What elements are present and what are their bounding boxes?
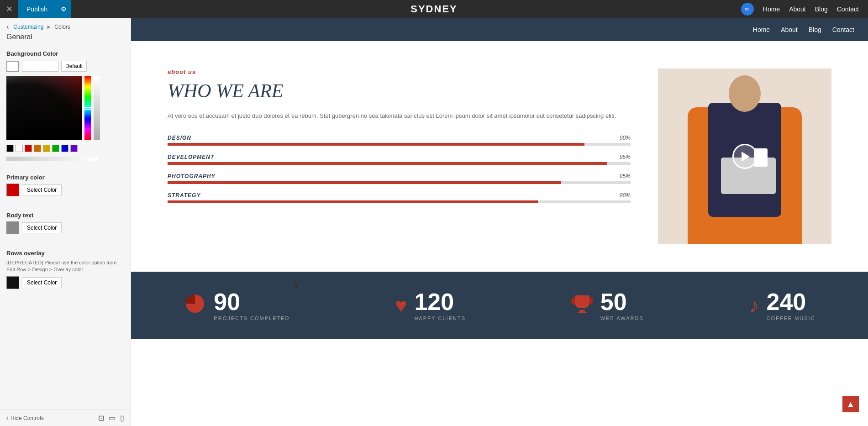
nav-blog[interactable]: Blog [815, 5, 828, 13]
stat-projects: 90 PROJECTS COMPLETED [184, 290, 289, 321]
rows-overlay-select-button[interactable]: Select Color [22, 277, 62, 288]
about-heading: WHO WE ARE [168, 80, 631, 102]
bg-color-hex-input[interactable]: #ffffff [22, 61, 58, 72]
bg-color-label: Background Color [6, 50, 124, 57]
alpha-slider[interactable] [94, 76, 100, 140]
svg-rect-2 [578, 312, 587, 313]
preview-nav-home[interactable]: Home [753, 26, 770, 33]
skill-photography: PHOTOGRAPHY 85% [168, 173, 631, 184]
breadcrumb-child: Colors [54, 24, 70, 30]
tablet-icon[interactable]: ▭ [109, 414, 116, 422]
skill-design-pct: 90% [620, 135, 631, 141]
stats-section: 90 PROJECTS COMPLETED ♥ 120 HAPPY CLIENT… [131, 272, 868, 339]
scroll-to-top-button[interactable]: ▲ [842, 396, 859, 412]
mobile-icon[interactable]: ▯ [120, 414, 124, 422]
rows-overlay-swatch[interactable] [6, 276, 19, 289]
breadcrumb-root[interactable]: Customizing [13, 24, 43, 30]
hide-controls-label: Hide Controls [11, 415, 44, 421]
close-button[interactable]: ✕ [0, 0, 18, 18]
stat-awards-label: WEB AWARDS [600, 316, 644, 321]
body-text-select-button[interactable]: Select Color [22, 222, 62, 233]
preview-nav-contact[interactable]: Contact [832, 26, 854, 33]
svg-rect-1 [579, 310, 585, 312]
desktop-icon[interactable]: ⊡ [98, 414, 104, 422]
bg-color-swatch[interactable] [6, 61, 19, 72]
stat-awards: 50 WEB AWARDS [571, 290, 644, 321]
settings-button[interactable]: ⚙ [56, 0, 71, 18]
stat-clients-number: 120 [414, 290, 466, 314]
color-picker-area [6, 76, 124, 140]
breadcrumb-separator: ► [46, 24, 52, 30]
body-text-section: Body text Select Color [0, 207, 131, 239]
hide-controls-arrow: ‹ [6, 415, 8, 421]
section-title: General [0, 31, 131, 46]
primary-color-label: Primary color [6, 174, 124, 181]
stat-projects-info: 90 PROJECTS COMPLETED [214, 290, 289, 321]
bg-color-section: Background Color #ffffff Default [0, 46, 131, 169]
rows-overlay-section: Rows overlay [DEPRECATED] Please use the… [0, 245, 131, 294]
stat-clients-label: HAPPY CLIENTS [414, 316, 466, 321]
music-icon: ♪ [749, 294, 759, 317]
preset-green[interactable] [52, 145, 59, 152]
publish-button[interactable]: Publish [18, 0, 56, 18]
preset-red[interactable] [25, 145, 32, 152]
hue-slider[interactable] [84, 76, 91, 140]
preset-orange[interactable] [34, 145, 41, 152]
primary-color-section: Primary color Select Color [0, 169, 131, 201]
skill-design-bar-fill [168, 143, 584, 146]
about-text: At vero eos et accusam et justo duo dolo… [168, 111, 631, 121]
breadcrumb: ‹ Customizing ► Colors [0, 18, 131, 31]
video-thumbnail[interactable] [658, 68, 831, 244]
gradient-picker[interactable] [6, 76, 82, 140]
preset-purple[interactable] [70, 145, 78, 152]
about-content: aBouT US WHO WE ARE At vero eos et accus… [168, 68, 631, 211]
primary-select-color-button[interactable]: Select Color [22, 184, 62, 195]
bg-color-picker-row: #ffffff Default [6, 61, 124, 72]
preset-blue[interactable] [61, 145, 68, 152]
stat-coffee: ♪ 240 COFFEE MUSIC [749, 290, 815, 321]
hide-controls-button[interactable]: ‹ Hide Controls [6, 415, 44, 421]
skill-photo-name: PHOTOGRAPHY [168, 173, 216, 179]
skill-design-bar-bg [168, 143, 631, 146]
body-text-swatch[interactable] [6, 221, 19, 234]
play-button[interactable] [732, 144, 758, 169]
trophy-icon [571, 293, 593, 319]
preset-black[interactable] [6, 145, 14, 152]
stat-projects-number: 90 [214, 290, 289, 314]
pie-chart-icon [184, 292, 206, 319]
preview-nav-about[interactable]: About [781, 26, 798, 33]
stat-clients-info: 120 HAPPY CLIENTS [414, 290, 466, 321]
stat-awards-number: 50 [600, 290, 644, 314]
skill-dev-bar-fill [168, 162, 607, 165]
nav-about[interactable]: About [789, 5, 806, 13]
skill-dev-name: DEVELOPMENT [168, 154, 214, 160]
edit-icon[interactable]: ✏ [741, 3, 754, 16]
stat-clients: ♥ 120 HAPPY CLIENTS [395, 290, 466, 321]
rows-overlay-deprecated-text: [DEPRECATED] Please use the color option… [6, 259, 124, 273]
play-icon [742, 152, 750, 162]
skill-dev-pct: 95% [620, 154, 631, 160]
skill-photo-pct: 85% [620, 173, 631, 179]
preview-nav: Home About Blog Contact [131, 18, 868, 41]
skill-strategy: STRATEGY 80% [168, 192, 631, 203]
nav-home[interactable]: Home [763, 5, 780, 13]
stat-coffee-info: 240 COFFEE MUSIC [766, 290, 815, 321]
stat-coffee-number: 240 [766, 290, 815, 314]
back-button[interactable]: ‹ [6, 23, 9, 31]
sidebar: ‹ Customizing ► Colors General Backgroun… [0, 18, 131, 426]
about-video [658, 68, 831, 244]
stat-projects-label: PROJECTS COMPLETED [214, 316, 289, 321]
preset-yellow[interactable] [43, 145, 50, 152]
preview-nav-blog[interactable]: Blog [809, 26, 821, 33]
stat-awards-info: 50 WEB AWARDS [600, 290, 644, 321]
about-tag: aBouT US [168, 68, 631, 75]
preset-white[interactable] [16, 145, 23, 152]
primary-color-swatch[interactable] [6, 184, 19, 196]
skill-strategy-bar-bg [168, 200, 631, 203]
sidebar-scroll: Background Color #ffffff Default [0, 46, 131, 410]
skill-dev-bar-bg [168, 162, 631, 165]
preview: Home About Blog Contact aBouT US WHO WE … [131, 18, 868, 426]
nav-links: ✏ Home About Blog Contact [741, 3, 859, 16]
bg-color-default-button[interactable]: Default [61, 61, 87, 72]
nav-contact[interactable]: Contact [837, 5, 859, 13]
